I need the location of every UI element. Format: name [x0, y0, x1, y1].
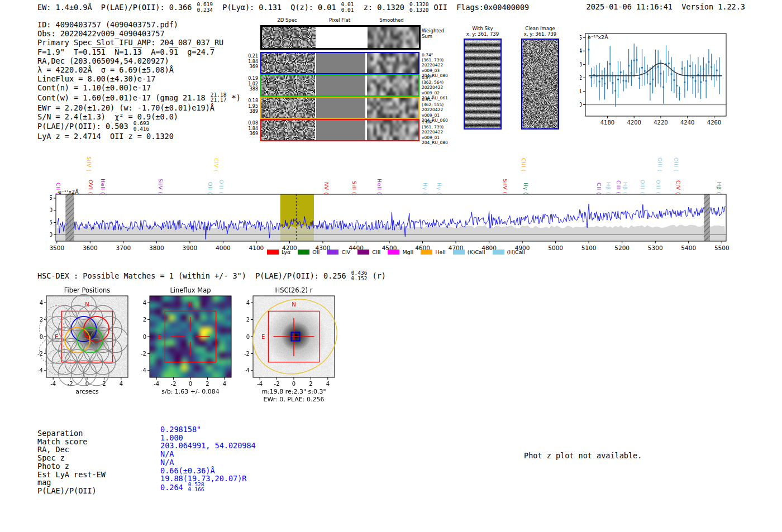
spec2d-flat-image [316, 98, 365, 118]
emission-line-labels-layer: CII (SiIV (OVI (HeII (SiIV (OII (CIV (OI… [50, 143, 732, 194]
svg-text:0: 0 [143, 334, 146, 340]
svg-text:4: 4 [143, 300, 146, 306]
spec2d-panel: 2D SpecPixel FlatSmoothedWeightedSum0.21… [233, 17, 474, 151]
info-line: EWr = 2.20(±1.20) (w: -1.70(±0.01)e19)Å [37, 103, 241, 112]
phot-z-note: Phot z plot not available. [524, 451, 642, 460]
match-table-label: RA, Dec [37, 445, 69, 454]
hsc-cutout-panel: HSC(26.2) r-4-4-2-2002244NEm:19.8 re:2.3… [237, 286, 344, 408]
clean-image-coords: x, y: 361, 739 [512, 31, 568, 37]
spec2d-flat-image [317, 27, 366, 48]
svg-text:4: 4 [120, 381, 123, 387]
clean-image-title-text: Clean Image [512, 26, 568, 31]
svg-text:5: 5 [580, 35, 582, 41]
svg-text:2: 2 [580, 75, 582, 81]
info-line: Obs: 20220422v009_4090403757 [37, 29, 241, 38]
with-sky-title: With Sky x, y: 361, 739 [455, 26, 511, 37]
spec2d-smoothed-image [368, 27, 419, 48]
svg-text:3600: 3600 [83, 245, 98, 251]
catalog-match-table: Separation0.298158"Match score1.000RA, D… [37, 429, 328, 504]
svg-text:2: 2 [40, 317, 43, 323]
legend-swatch [421, 250, 432, 255]
header-timestamp: 2025-01-06 11:16:41 Version 1.22.3 [586, 2, 745, 11]
match-table-label: Separation [37, 429, 83, 438]
spec2d-row [260, 97, 419, 119]
emission-line-label: OIII ( [657, 157, 663, 172]
spec2d-flat-image [316, 120, 365, 140]
legend-item: Lyα [267, 249, 290, 255]
info-line: RA,Dec (203.065094,54.020927) [37, 56, 241, 65]
svg-text:3900: 3900 [183, 245, 198, 251]
clean-image-title: Clean Image x, y: 361, 739 [512, 26, 568, 37]
spec2d-smoothed-image [367, 98, 418, 118]
spec2d-col-title: Smoothed [369, 17, 414, 23]
svg-text:-4: -4 [257, 381, 263, 387]
spec2d-row-left-labels: 0.191.02388 [233, 76, 258, 92]
header-summary-line: EW: 1.4±0.9Å P(LAE)/P(OII): 0.366 0.6190… [37, 2, 529, 13]
legend-label: Lyα [282, 249, 290, 255]
legend-label: (H)CaII [507, 249, 526, 255]
spec2d-flat-image [316, 75, 365, 95]
svg-text:0: 0 [580, 102, 582, 108]
clean-image-cutout: Clean Image x, y: 361, 739 [512, 26, 568, 137]
svg-text:3: 3 [580, 61, 582, 68]
detection-info-block: ID: 4090403757 (4090403757.pdf)Obs: 2022… [37, 20, 241, 141]
match-table-label: Match score [37, 437, 87, 446]
match-table-value: N/A [160, 458, 174, 467]
match-table-value: 0.264 0.5280.166 [160, 482, 204, 493]
svg-text:e⁻¹⁷x2Å: e⁻¹⁷x2Å [588, 34, 608, 40]
legend-item: MgII [388, 249, 413, 255]
spec2d-row-left-labels: 0.081.84369 [233, 121, 258, 137]
info-line: λ = 4220.02Å σ = 6.69(±5.08)Å [37, 65, 241, 74]
spec2d-row-left-labels: 0.211.84369 [233, 54, 258, 70]
spec2d-row [260, 119, 419, 141]
line-fit-plot-svg: 01234541804200422042404260e⁻¹⁷x2Å [580, 29, 732, 127]
svg-text:1: 1 [580, 88, 582, 94]
svg-text:4260: 4260 [707, 119, 721, 126]
spec2d-row-right-labels: WeightedSum [422, 28, 444, 39]
hsc_cutout-overlay-svg: HSC(26.2) r-4-4-2-2002244NEm:19.8 re:2.3… [237, 286, 344, 408]
svg-text:2: 2 [206, 381, 209, 387]
svg-text:N: N [85, 301, 89, 308]
clean-image-frame [521, 39, 559, 130]
svg-text:EWr: 0, PLAE: 0.256: EWr: 0, PLAE: 0.256 [263, 396, 324, 403]
svg-text:4180: 4180 [600, 119, 614, 126]
svg-text:E: E [261, 334, 265, 340]
info-line: F=1.9" T=0.151 N=1.13 A=0.91 g=24.7 [37, 47, 241, 56]
svg-text:4: 4 [40, 300, 43, 306]
legend-swatch [327, 250, 338, 255]
svg-text:-4: -4 [141, 367, 146, 373]
match-table-value: 0.298158" [160, 425, 201, 434]
spec2d-2d-image [261, 53, 315, 73]
match-table-label: Spec z [37, 453, 65, 462]
match-table-value: N/A [160, 449, 174, 458]
line-fit-plot: 01234541804200422042404260e⁻¹⁷x2Å [580, 29, 732, 127]
spec2d-col-title: 2D Spec [265, 17, 309, 23]
legend-item: (H)CaII [493, 249, 526, 255]
legend-item: OII [298, 249, 320, 255]
svg-text:5000: 5000 [548, 245, 563, 251]
legend-item: HeII [421, 249, 446, 255]
spec2d-2d-image [261, 98, 315, 118]
svg-text:m:19.8 re:2.3" s:0.3": m:19.8 re:2.3" s:0.3" [261, 388, 326, 395]
svg-text:0: 0 [189, 381, 192, 387]
spec2d-row [260, 52, 419, 74]
svg-text:-4: -4 [244, 367, 250, 373]
emission-line-label: CIV ( [213, 158, 220, 172]
spec2d-row-left-labels: 0.181.95389 [233, 98, 258, 114]
svg-text:-2: -2 [171, 381, 177, 387]
svg-text:4100: 4100 [249, 245, 264, 251]
svg-text:2: 2 [246, 317, 250, 323]
legend-item: CIII [357, 249, 380, 255]
emission-line-label: OIII ( [673, 157, 679, 172]
svg-text:2: 2 [309, 381, 312, 387]
svg-text:Lineflux Map: Lineflux Map [170, 286, 211, 294]
svg-text:-4: -4 [37, 367, 43, 373]
elixer-report-page: EW: 1.4±0.9Å P(LAE)/P(OII): 0.366 0.6190… [0, 0, 782, 532]
svg-text:4200: 4200 [627, 119, 641, 126]
match-table-label: Est LyA rest-EW [37, 470, 106, 479]
spec2d-smoothed-image [367, 75, 418, 95]
svg-text:3500: 3500 [50, 245, 64, 251]
svg-text:2: 2 [143, 317, 146, 323]
svg-text:-2: -2 [141, 351, 146, 357]
svg-text:0: 0 [292, 381, 295, 387]
